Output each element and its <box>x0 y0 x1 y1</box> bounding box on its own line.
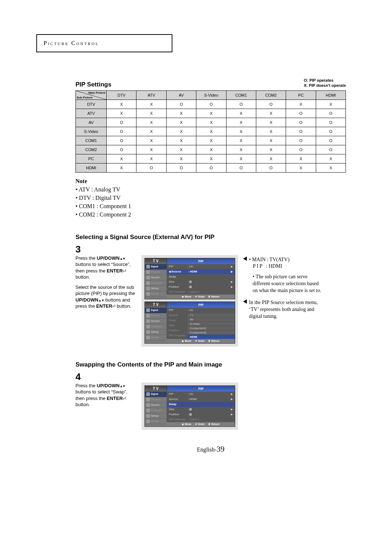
picture-icon <box>146 270 150 274</box>
t: Swap <box>169 403 188 406</box>
note-text: DTV : Digital TV <box>79 195 121 201</box>
caret-right-icon: ▶ <box>231 265 233 268</box>
table-cell: X <box>107 100 136 109</box>
t: Enter <box>198 423 205 425</box>
updown-label: UP/DOWN <box>97 255 120 261</box>
t: Picture <box>151 314 160 317</box>
table-cell: O <box>316 118 346 127</box>
t: : HDMI <box>188 397 231 401</box>
table-cell: X <box>136 127 166 136</box>
note-title: Note <box>75 177 346 185</box>
table-cell: X <box>136 100 166 109</box>
row-head: HDMI <box>76 163 107 172</box>
table-cell: O <box>196 100 226 109</box>
note-text: COM1 : Component 1 <box>79 203 131 209</box>
table-cell: X <box>256 127 286 136</box>
t: : Cable 3 <box>188 290 233 294</box>
return-icon: Ⅲ <box>208 295 210 298</box>
pip-compat-table: Main Picture Sub Picture DTV ATV AV S-Vi… <box>75 90 346 173</box>
table-cell: O <box>286 109 316 118</box>
osd-screenshot-3: T V PIP Input Picture Sound Channel Setu… <box>144 385 235 427</box>
table-cell: X <box>166 109 196 118</box>
table-row: PCXXXXXXXX <box>76 154 346 163</box>
col-head: ATV <box>136 90 166 100</box>
row-head: DTV <box>76 100 107 109</box>
table-cell: X <box>136 118 166 127</box>
section3-heading: Selecting a Signal Source (External A/V)… <box>75 234 346 241</box>
table-cell: O <box>226 163 256 172</box>
updown-label: UP/DOWN <box>97 383 120 388</box>
osd-side-input: Input <box>145 392 167 397</box>
table-cell: X <box>107 163 136 172</box>
osd-side-channel: Channel <box>145 324 167 329</box>
input-icon <box>146 308 150 312</box>
pip-legend: O: PIP operates X: PIP doesn't operate <box>304 78 346 88</box>
osd-screenshot-2: T V PIP Input Picture Sound Channel Setu… <box>144 302 235 344</box>
t: In the PIP Source selection menu, ‘TV’ r… <box>249 299 321 320</box>
picture-icon <box>146 314 150 318</box>
t: Position <box>169 285 188 288</box>
step3-number: 3 <box>75 244 346 255</box>
t: The sub picture can serve different sour… <box>253 274 321 293</box>
osd-footer: ◆Move ⏎Enter ⅢReturn <box>167 295 235 299</box>
move-icon: ◆ <box>182 340 184 343</box>
table-row: AVOXXXXXOO <box>76 118 346 127</box>
pip-heading-row: PIP Settings O: PIP operates X: PIP does… <box>75 78 346 88</box>
pip-settings-heading: PIP Settings <box>75 81 111 88</box>
dropdown-opt: Component2 <box>188 330 235 335</box>
table-cell: X <box>226 127 256 136</box>
table-cell: X <box>226 109 256 118</box>
table-row: COM1OXXXXXOO <box>76 136 346 145</box>
table-cell: X <box>316 154 346 163</box>
table-cell: O <box>166 163 196 172</box>
enter-label: ENTER <box>96 303 112 309</box>
table-cell: O <box>107 118 136 127</box>
t: Setup <box>151 414 159 417</box>
section4-heading: Swapping the Contents of the PIP and Mai… <box>75 361 346 368</box>
t: : HDMI <box>266 263 282 269</box>
triangle-left-icon <box>243 299 247 304</box>
table-cell: X <box>256 145 286 154</box>
dropdown-opt: AV <box>188 317 235 321</box>
t: Source <box>169 314 188 317</box>
table-cell: O <box>286 136 316 145</box>
col-head: PC <box>286 90 316 100</box>
t: Return <box>211 423 220 425</box>
col-head: HDMI <box>316 90 346 100</box>
t: Return <box>211 295 220 298</box>
row-head: AV <box>76 118 107 127</box>
t: Picture <box>151 270 160 274</box>
table-cell: X <box>196 136 226 145</box>
osd-footer: ◆Move ⏎Enter ⅢReturn <box>167 339 235 343</box>
table-cell: X <box>166 145 196 154</box>
side-note-1: • MAIN : TV(ATV) PIP : HDMI • The sub pi… <box>243 256 321 294</box>
table-cell: X <box>286 100 316 109</box>
t: Press the <box>75 383 97 388</box>
table-cell: X <box>256 109 286 118</box>
t: button. <box>115 303 131 309</box>
caret-right-icon: ▶ <box>231 286 233 288</box>
note-block: Note • ATV : Analog TV • DTV : Digital T… <box>75 177 346 219</box>
table-cell: O <box>107 127 136 136</box>
return-icon: Ⅲ <box>208 340 210 343</box>
t: Setup <box>151 287 159 290</box>
table-cell: X <box>226 136 256 145</box>
t: PIP <box>169 392 188 396</box>
size-icon <box>189 408 192 411</box>
osd-side-sound: Sound <box>145 319 167 324</box>
t: Source <box>169 397 188 401</box>
note-item: • ATV : Analog TV <box>75 185 346 194</box>
setup-icon <box>146 414 150 418</box>
legend-line-2: X: PIP doesn't operate <box>304 83 346 88</box>
row-head: ATV <box>76 109 107 118</box>
t: Position <box>169 329 188 332</box>
table-cell: O <box>107 145 136 154</box>
table-cell: O <box>316 136 346 145</box>
chapter-title: Picture Control <box>44 40 99 46</box>
table-cell: X <box>316 100 346 109</box>
enter-icon <box>123 396 126 401</box>
sound-icon <box>146 319 150 323</box>
table-cell: O <box>316 127 346 136</box>
table-cell: X <box>136 145 166 154</box>
t: : On <box>188 308 233 312</box>
